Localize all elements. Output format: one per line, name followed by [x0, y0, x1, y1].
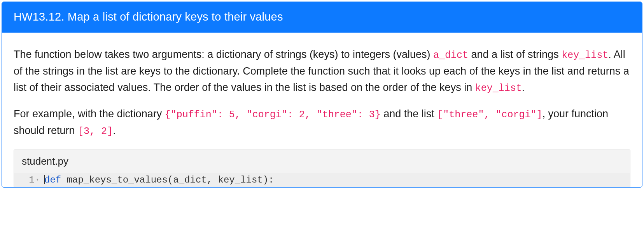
description-paragraph-2: For example, with the dictionary {"puffi… [14, 106, 630, 139]
code-key-list: key_list [562, 50, 608, 61]
keyword-def: def [44, 175, 61, 185]
code-dict-example: {"puffin": 5, "corgi": 2, "three": 3} [165, 109, 381, 120]
fold-arrow-icon[interactable]: ▾ [36, 177, 39, 182]
description-paragraph-1: The function below takes two arguments: … [14, 47, 630, 96]
code-a-dict: a_dict [433, 50, 468, 61]
text-fragment: and the list [381, 108, 438, 120]
question-body: The function below takes two arguments: … [2, 33, 642, 187]
filename-label: student.py [22, 155, 68, 167]
text-fragment: . [522, 82, 525, 93]
code-editor: student.py 1 ▾ def map_keys_to_values(a_… [14, 150, 630, 187]
line-number: 1 [29, 175, 34, 185]
code-key-list-2: key_list [475, 83, 522, 94]
question-header: HW13.12. Map a list of dictionary keys t… [2, 2, 642, 33]
code-line-1[interactable]: def map_keys_to_values(a_dict, key_list)… [41, 173, 630, 187]
code-list-example: ["three", "corgi"] [437, 109, 542, 120]
code-text: map_keys_to_values(a_dict, key_list): [61, 175, 274, 185]
editor-filename-tab[interactable]: student.py [14, 150, 630, 173]
code-return-example: [3, 2] [78, 126, 113, 137]
question-title: HW13.12. Map a list of dictionary keys t… [14, 10, 283, 23]
text-fragment: The function below takes two arguments: … [14, 49, 433, 60]
editor-area[interactable]: 1 ▾ def map_keys_to_values(a_dict, key_l… [14, 173, 630, 187]
text-fragment: For example, with the dictionary [14, 108, 165, 120]
text-fragment: . [113, 125, 116, 136]
editor-gutter: 1 ▾ [14, 173, 41, 187]
question-description: The function below takes two arguments: … [14, 47, 630, 139]
text-fragment: and a list of strings [468, 49, 562, 60]
question-card: HW13.12. Map a list of dictionary keys t… [2, 2, 642, 188]
